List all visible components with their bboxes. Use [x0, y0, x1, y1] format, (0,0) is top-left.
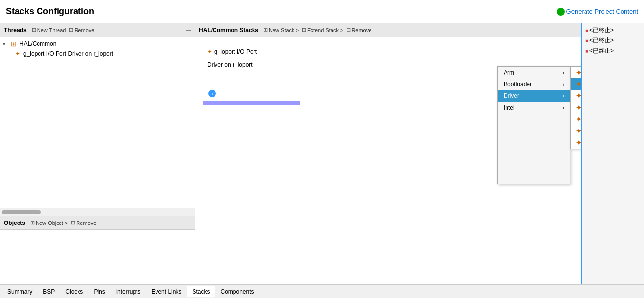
remove-thread-button[interactable]: ⊟ Remove — [69, 27, 94, 33]
sidebar-item-icon-1: ■ — [585, 38, 588, 43]
hal-stacks-header: HAL/Common Stacks ⊞ New Stack > ⊞ Extend… — [195, 23, 581, 37]
threads-title: Threads — [4, 27, 27, 34]
sidebar-item-label-2: <已终止> — [589, 47, 614, 55]
canvas-area: ✦ g_ioport I/O Port Driver on r_ioport i — [195, 37, 581, 284]
stack-box-title: g_ioport I/O Port — [214, 48, 257, 55]
tab-event-links[interactable]: Event Links — [146, 286, 187, 297]
spi-icon: ✦ — [576, 127, 581, 135]
stack-box[interactable]: ✦ g_ioport I/O Port Driver on r_ioport i — [203, 45, 300, 105]
menu-bootloader-label: Bootloader — [504, 81, 532, 88]
middle-panel: HAL/Common Stacks ⊞ New Stack > ⊞ Extend… — [195, 23, 581, 284]
tab-pins[interactable]: Pins — [88, 286, 110, 297]
threads-minimize-button[interactable]: — — [186, 27, 191, 33]
spi-sci-icon: ✦ — [576, 115, 581, 123]
remove-object-icon: ⊟ — [71, 220, 75, 226]
content-area: Threads ⊞ New Thread ⊟ Remove — — [0, 23, 644, 284]
stack-box-header: ✦ g_ioport I/O Port — [203, 45, 300, 58]
expand-arrow: ▾ — [3, 41, 8, 47]
remove-thread-label: Remove — [74, 27, 94, 33]
spi-sci-item[interactable]: ✦ SPI Driver on r_sci_spi — [571, 113, 581, 125]
generate-label: Generate Project Content — [566, 8, 638, 15]
sidebar-item-2[interactable]: ■ <已终止> — [584, 46, 642, 56]
sidebar-item-label-1: <已终止> — [589, 37, 614, 45]
extend-stack-icon: ⊞ — [302, 27, 306, 33]
sidebar-item-icon-0: ■ — [585, 28, 588, 33]
threads-scrollbar[interactable] — [0, 208, 195, 216]
remove-object-label: Remove — [76, 220, 96, 226]
remove-thread-icon: ⊟ — [69, 27, 73, 33]
tab-interrupts[interactable]: Interrupts — [111, 286, 146, 297]
threads-actions: ⊞ New Thread ⊟ Remove — [32, 27, 95, 33]
new-thread-label: New Thread — [37, 27, 66, 33]
remove-object-button[interactable]: ⊟ Remove — [71, 220, 96, 226]
extend-stack-label: Extend Stack > — [307, 27, 343, 33]
i2c-slave-item[interactable]: ✦ I2C Slave Driver on r_iic_slave — [571, 102, 581, 113]
stack-box-footer — [203, 101, 300, 104]
threads-section: Threads ⊞ New Thread ⊟ Remove — — [0, 23, 195, 216]
page-title: Stacks Configuration — [6, 6, 94, 17]
tab-components[interactable]: Components — [215, 286, 259, 297]
new-object-icon: ⊞ — [30, 220, 35, 226]
uart-icon: ✦ — [576, 139, 581, 147]
tab-stacks[interactable]: Stacks — [187, 286, 215, 297]
menu-level1: Arm › Bootloader › Driver › Intel — [497, 66, 570, 184]
info-icon[interactable]: i — [208, 90, 216, 97]
stack-box-body: Driver on r_ioport — [203, 58, 300, 88]
objects-section: Objects ⊞ New Object > ⊟ Remove — [0, 216, 195, 284]
can-driver-icon: ✦ — [576, 69, 581, 76]
i2c-master-sci-item[interactable]: ✦ I2C Master Driver on r_sci_i2c — [571, 90, 581, 102]
menu-bootloader-arrow: › — [563, 82, 564, 87]
remove-stack-icon: ⊟ — [346, 27, 351, 33]
generate-project-button[interactable]: Generate Project Content — [557, 8, 638, 16]
remove-stack-label: Remove — [351, 27, 371, 33]
menu-arm[interactable]: Arm › — [498, 67, 570, 78]
hal-common-tree-item[interactable]: ▾ ⊞ HAL/Common — [2, 39, 193, 49]
sidebar-item-1[interactable]: ■ <已终止> — [584, 36, 642, 46]
bottom-tabs: Summary BSP Clocks Pins Interrupts Event… — [0, 284, 644, 298]
main-container: Stacks Configuration Generate Project Co… — [0, 0, 644, 298]
driver-list-menu: ✦ CAN Driver on r_can ✦ I2C Master Drive… — [570, 66, 581, 149]
right-sidebar: ■ <已终止> ■ <已终止> ■ <已终止> — [581, 23, 644, 284]
tab-bsp[interactable]: BSP — [38, 286, 60, 297]
new-stack-button[interactable]: ⊞ New Stack > — [263, 27, 299, 33]
sidebar-item-0[interactable]: ■ <已终止> — [584, 25, 642, 36]
new-thread-icon: ⊞ — [32, 27, 36, 33]
i2c-master-sci-icon: ✦ — [576, 92, 581, 100]
remove-stack-button[interactable]: ⊟ Remove — [346, 27, 371, 33]
stack-box-icon: ✦ — [207, 48, 212, 55]
i2c-master-iic-icon: ✦ — [576, 80, 581, 88]
new-object-label: New Object > — [36, 220, 68, 226]
extend-stack-button[interactable]: ⊞ Extend Stack > — [302, 27, 343, 33]
hal-children: ✦ g_ioport I/O Port Driver on r_ioport — [2, 49, 193, 58]
threads-header: Threads ⊞ New Thread ⊟ Remove — — [0, 23, 195, 37]
can-driver-item[interactable]: ✦ CAN Driver on r_can — [571, 67, 581, 78]
hal-stacks-actions: ⊞ New Stack > ⊞ Extend Stack > ⊟ Remove — [263, 27, 371, 33]
new-thread-button[interactable]: ⊞ New Thread — [32, 27, 66, 33]
stack-box-subtitle: Driver on r_ioport — [207, 61, 253, 68]
menu-driver-arrow: › — [563, 93, 564, 99]
i2c-master-iic-item[interactable]: ✦ I2C Master Driver on r_iic_master — [571, 78, 581, 90]
generate-icon — [557, 8, 565, 16]
new-object-button[interactable]: ⊞ New Object > — [30, 220, 68, 226]
menu-driver-label: Driver — [504, 93, 519, 99]
sidebar-item-label-0: <已终止> — [589, 26, 614, 35]
menu-intel-label: Intel — [504, 104, 515, 111]
objects-header: Objects ⊞ New Object > ⊟ Remove — [0, 216, 195, 230]
ioport-driver-tree-item[interactable]: ✦ g_ioport I/O Port Driver on r_ioport — [13, 49, 193, 58]
tab-summary[interactable]: Summary — [2, 286, 38, 297]
tab-clocks[interactable]: Clocks — [60, 286, 88, 297]
menu-bootloader[interactable]: Bootloader › — [498, 78, 570, 90]
menu-arm-label: Arm — [504, 69, 514, 76]
menu-driver[interactable]: Driver › — [498, 90, 570, 102]
new-stack-label: New Stack > — [269, 27, 299, 33]
i2c-slave-icon: ✦ — [576, 104, 581, 112]
menu-arm-arrow: › — [563, 70, 564, 75]
menu-intel[interactable]: Intel › — [498, 102, 570, 113]
objects-content — [0, 230, 195, 284]
threads-tree: ▾ ⊞ HAL/Common ✦ g_ioport I/O Port Drive… — [0, 37, 195, 208]
header: Stacks Configuration Generate Project Co… — [0, 0, 644, 23]
context-menu-container: Arm › Bootloader › Driver › Intel — [497, 66, 581, 184]
driver-icon: ✦ — [14, 50, 21, 57]
uart-item[interactable]: ✦ UART Driver on r_sci_uart — [571, 137, 581, 149]
spi-item[interactable]: ✦ SPI Driver on r_spi — [571, 125, 581, 137]
